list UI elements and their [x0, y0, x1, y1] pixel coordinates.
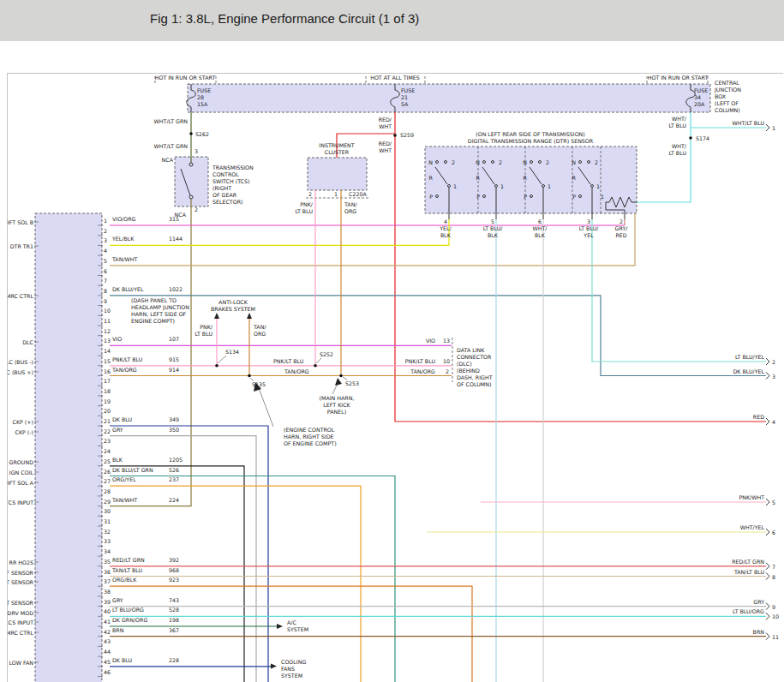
splice-s135: [248, 374, 251, 378]
pin-number: 6: [104, 268, 107, 274]
circuit-number: 367: [169, 627, 179, 633]
pin-number: 14: [104, 348, 111, 354]
wire-label: PNK/LT BLU: [112, 356, 143, 362]
wire-label: LT BLU: [295, 208, 313, 214]
pin-number: 25: [104, 458, 111, 464]
circuit-number: 198: [169, 617, 179, 623]
splice-label: S262: [195, 131, 209, 137]
circuit-number: 923: [169, 577, 179, 583]
pin-number: 13: [443, 338, 450, 344]
pin-number: 5: [772, 500, 775, 506]
splice-s134: [215, 364, 218, 368]
pcm-label: ACCS INPUT: [8, 619, 33, 625]
cjb-line: COLUMN): [715, 107, 740, 113]
cluster-title: CLUSTER: [325, 149, 350, 155]
wire-label: DK BLU/YEL: [733, 368, 764, 374]
tcs-name: TRANSMISSION: [212, 165, 254, 170]
pcm-label: DLC (BUS -): [8, 359, 33, 365]
harness-note: OF ENGINE COMPT): [284, 440, 337, 446]
wire-label: RED: [615, 232, 626, 238]
pin-number: 22: [104, 428, 111, 434]
pin-number: 16: [104, 368, 111, 374]
wire-label: WHT/LT GRN: [154, 118, 189, 124]
right-edge-connectors: WHT/LT BLU1 LT BLU/YEL2 DK BLU/YEL3 RED4…: [732, 120, 779, 640]
tcs-name: OF GEAR: [212, 192, 237, 198]
pcm-label: DLC: [22, 339, 33, 345]
circuit-number: 228: [169, 657, 179, 663]
s252-leader: [316, 358, 321, 363]
harness-note: HEADLAMP JUNCTION: [131, 304, 189, 311]
pin-number: 21: [104, 418, 111, 424]
wire-label: DK BLU: [112, 416, 132, 422]
pcm-label: LOW FAN: [9, 660, 33, 666]
abs-arrow-up-icon: [247, 313, 252, 319]
tcs-name: SELECTOR): [212, 199, 243, 205]
pin-number: 2: [195, 206, 198, 212]
title-bar: Fig 1: 3.8L, Engine Performance Circuit …: [0, 0, 784, 41]
circuit-number: 1144: [169, 236, 183, 242]
cluster-title: INSTRUMENT: [319, 142, 355, 148]
wire-label: LT BLU/ORG: [733, 608, 764, 614]
dlc-label: CONNECTOR: [457, 354, 492, 360]
wire-label: WHT: [379, 147, 392, 153]
main-harn-arrowhead: [335, 378, 342, 386]
nca-label: NCA: [162, 157, 174, 163]
wire-label: RED: [753, 414, 764, 420]
cjb-line: BOX: [715, 93, 727, 99]
circuit-number: 349: [169, 416, 179, 422]
wire-label: DK BLU/YEL: [112, 286, 144, 292]
circuit-number: 915: [169, 356, 179, 362]
fuse-34: FUSE: [694, 87, 708, 93]
pin-number: 4: [444, 218, 447, 224]
wire-label: WHT/: [672, 143, 687, 149]
splice-s253: [339, 374, 343, 378]
tcs-name: (RIGHT: [212, 185, 231, 191]
splice-s174: [689, 136, 692, 140]
dlc-label: OF COLUMN): [457, 381, 491, 387]
pin-number: 32: [104, 529, 111, 535]
eng-harn-arrow-line: [259, 388, 273, 427]
wire-label: TAN/WHT: [111, 497, 137, 503]
wire-tan-org: [110, 190, 452, 376]
wire-pnk-lt-blu: [110, 190, 452, 366]
circuit-number: 392: [169, 557, 179, 563]
pcm-label: SHFT SOL B: [8, 219, 33, 225]
dtr-sensor-box: [425, 147, 637, 213]
harness-note: (ENGINE CONTROL: [284, 427, 335, 433]
wire-tan-wht: [110, 213, 635, 266]
fuse-34: 34: [694, 94, 701, 100]
pcm-label: DLC (BUS +): [8, 369, 33, 375]
wire-label: BLK: [535, 232, 546, 238]
wire-label: BLK: [112, 457, 123, 463]
pin-number: 24: [104, 448, 111, 454]
pin-number: 10: [104, 308, 111, 314]
fuse-21: 5A: [401, 101, 409, 107]
circuit-number: 526: [169, 467, 179, 473]
pcm-pin-numbers: 1 2 3 4 5 6 7 8 9 10 11 12 13 14 15 16 1…: [104, 218, 111, 675]
wiring-diagram: N 2 R 1 P: [8, 74, 784, 682]
fuse-28: FUSE: [197, 87, 211, 93]
cjb-line: JUNCTION: [714, 87, 741, 93]
pin-number: 7: [104, 278, 107, 284]
dlc-label: (DLC): [457, 361, 472, 367]
pin-number: 2: [308, 191, 312, 197]
pin-number: 3: [772, 374, 775, 380]
wire-label: BRN: [112, 627, 124, 633]
s134-leader: [218, 356, 226, 363]
pin-number: 15: [104, 358, 111, 364]
pin-number: 6: [538, 218, 542, 224]
pin-number: 18: [104, 388, 111, 394]
wire-label: WHT/YEL: [740, 524, 765, 530]
wire-label: LT BLU/YEL: [735, 354, 765, 360]
pin-number: 37: [104, 578, 111, 584]
splice-label: S174: [696, 135, 709, 141]
circuit-number: 914: [169, 367, 179, 373]
pin-number: 20: [104, 408, 111, 414]
wire-label: TAN/LT BLU: [111, 567, 142, 573]
wire-label: WHT: [379, 123, 392, 129]
pcm-label: TFT SENSOR: [8, 579, 34, 585]
ac-arrow-icon: [277, 624, 283, 629]
circuit-number: 237: [169, 476, 179, 482]
wire-row-labels: VIO/ORG315 YEL/BLK1144 TAN/WHT DK BLU/YE…: [111, 216, 183, 663]
wire-org-yel: [110, 486, 361, 682]
